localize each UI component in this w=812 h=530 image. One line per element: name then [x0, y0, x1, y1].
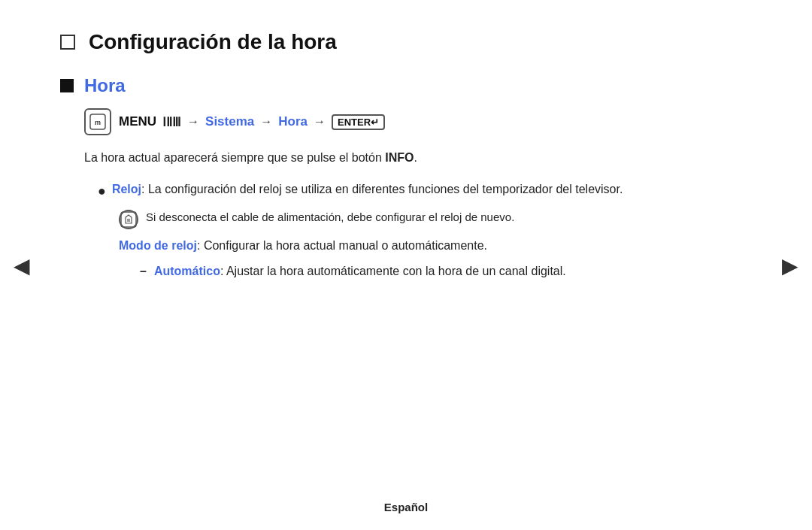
menu-label-extra: ⅠⅡⅢ: [162, 114, 181, 130]
section-square-icon: [60, 79, 74, 92]
note-icon: [119, 210, 138, 229]
footer-text: Español: [384, 501, 428, 513]
nav-arrow-left[interactable]: ◀: [14, 253, 30, 277]
sub-bullet-automatico: – Automático: Ajustar la hora automática…: [140, 262, 752, 280]
svg-text:m: m: [95, 119, 101, 126]
bullet-dot-1: ●: [98, 181, 106, 201]
section-header: Hora: [60, 75, 752, 96]
modo-reloj-term: Modo de reloj: [119, 239, 197, 252]
arrow2: →: [260, 115, 272, 129]
reloj-text: : La configuración del reloj se utiliza …: [141, 183, 623, 195]
sub-dash: –: [140, 262, 147, 280]
menu-icon: m: [84, 108, 111, 135]
hora-label: Hora: [278, 114, 308, 129]
reloj-term: Reloj: [112, 183, 141, 195]
description-end: .: [414, 151, 417, 164]
main-title-section: Configuración de la hora: [60, 30, 752, 54]
description-bold: INFO: [385, 151, 414, 164]
menu-path: m MENU ⅠⅡⅢ → Sistema → Hora → ENTER↵: [84, 108, 752, 135]
arrow3: →: [314, 115, 326, 129]
bullet-section: ● Reloj: La configuración del reloj se u…: [98, 180, 752, 280]
checkbox-icon: [60, 35, 75, 50]
enter-icon: ENTER↵: [332, 114, 385, 130]
sistema-label: Sistema: [205, 114, 254, 129]
automatico-content: Automático: Ajustar la hora automáticame…: [154, 262, 566, 280]
automatico-term: Automático: [154, 265, 220, 277]
bullet-reloj-content: Reloj: La configuración del reloj se uti…: [112, 180, 752, 198]
nav-arrow-right[interactable]: ▶: [782, 253, 798, 277]
note-text: Si desconecta el cable de alimentación, …: [146, 209, 514, 226]
page-container: ◀ ▶ Configuración de la hora Hora m MENU…: [0, 0, 812, 530]
section-title-text: Hora: [84, 75, 126, 96]
sub-bullet-section: – Automático: Ajustar la hora automática…: [119, 262, 752, 280]
bullet-modo-reloj: Modo de reloj: Configurar la hora actual…: [119, 237, 752, 255]
menu-label: MENU: [119, 114, 156, 129]
modo-reloj-content: Modo de reloj: Configurar la hora actual…: [119, 237, 752, 255]
modo-reloj-text: : Configurar la hora actual manual o aut…: [197, 239, 487, 252]
arrow1: →: [187, 115, 199, 129]
automatico-text: : Ajustar la hora automáticamente con la…: [220, 265, 566, 277]
description-main: La hora actual aparecerá siempre que se …: [84, 151, 385, 164]
main-title-text: Configuración de la hora: [89, 30, 337, 54]
description-text: La hora actual aparecerá siempre que se …: [84, 149, 752, 167]
bullet-reloj: ● Reloj: La configuración del reloj se u…: [98, 180, 752, 201]
note-row: Si desconecta el cable de alimentación, …: [119, 209, 752, 229]
